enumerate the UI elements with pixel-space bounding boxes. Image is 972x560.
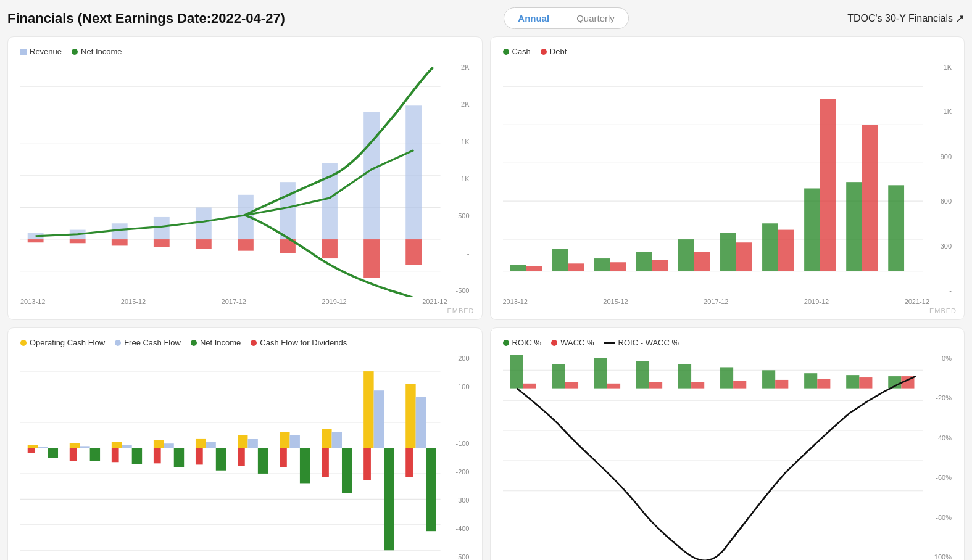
external-link-icon: ↗ [955,12,965,25]
legend-revenue: Revenue [20,47,62,56]
svg-rect-121 [649,382,662,389]
svg-rect-72 [80,446,89,448]
debt-icon [541,49,547,55]
svg-rect-33 [510,265,526,271]
operating-cf-icon [20,340,27,346]
roic-legend: ROIC % WACC % ROIC - WACC % [503,338,952,347]
svg-rect-20 [154,239,170,247]
svg-rect-51 [862,125,878,271]
legend-debt: Debt [541,47,567,56]
y-axis-cash: 1K 1K 900 600 300 - [929,61,952,297]
svg-rect-75 [206,442,215,448]
svg-rect-99 [363,448,371,480]
x-axis-cash: 2013-12 2015-12 2017-12 2019-12 2021-12 [503,298,952,305]
free-cf-icon [115,340,121,346]
svg-rect-13 [280,182,296,239]
svg-rect-47 [694,252,710,271]
cashflow-legend: Operating Cash Flow Free Cash Flow Net I… [20,338,470,347]
svg-rect-25 [363,239,380,278]
svg-rect-42 [888,185,904,271]
svg-rect-24 [322,239,338,258]
svg-rect-69 [363,371,373,448]
svg-rect-126 [859,377,872,389]
annual-button[interactable]: Annual [504,8,563,28]
legend-roic: ROIC % [503,338,542,347]
svg-rect-36 [636,252,652,271]
svg-rect-10 [154,217,170,239]
svg-rect-77 [290,435,300,448]
svg-rect-100 [405,448,413,477]
svg-rect-67 [280,432,289,448]
svg-rect-85 [216,448,226,470]
dividends-cf-icon [251,340,257,346]
svg-rect-91 [28,448,35,453]
svg-rect-68 [322,429,331,448]
svg-rect-76 [247,439,257,448]
svg-rect-84 [174,448,184,467]
legend-net-income-cf: Net Income [191,338,241,347]
svg-rect-83 [132,448,142,464]
legend-wacc: WACC % [551,338,594,347]
svg-rect-41 [846,182,862,271]
y-axis-revenue: 2K 2K 1K 1K 500 - -500 [447,61,470,297]
svg-rect-11 [196,207,212,239]
page-header: Financials (Next Earnings Date:2022-04-2… [7,7,965,29]
svg-rect-43 [526,266,542,271]
svg-rect-94 [154,448,161,463]
svg-rect-111 [636,361,649,389]
svg-rect-123 [733,381,746,389]
svg-rect-39 [762,223,778,271]
svg-rect-82 [90,448,100,461]
embed-label-2: EMBED [929,307,957,315]
roic-wacc-diff-icon [604,342,615,344]
cash-debt-chart: Cash Debt [490,36,965,320]
period-toggle: Annual Quarterly [504,7,629,29]
cash-debt-svg [503,61,952,297]
svg-rect-38 [720,233,736,271]
svg-rect-78 [332,432,342,448]
svg-rect-34 [552,249,568,271]
svg-rect-80 [416,397,426,448]
legend-free-cf: Free Cash Flow [115,338,181,347]
financials-link[interactable]: TDOC's 30-Y Financials ↗ [847,12,965,25]
revenue-icon [20,49,27,55]
svg-rect-22 [238,239,254,251]
roic-area: 0% -20% -40% -60% -80% -100% [503,352,952,560]
roic-svg [503,352,952,560]
svg-rect-18 [70,239,86,243]
svg-rect-96 [238,448,245,466]
revenue-income-svg [20,61,470,297]
revenue-income-chart: Revenue Net Income [7,36,483,320]
svg-rect-90 [426,448,436,531]
roic-wacc-chart: ROIC % WACC % ROIC - WACC % [490,327,965,560]
svg-rect-116 [846,375,859,388]
svg-rect-122 [691,382,704,389]
svg-rect-88 [342,448,352,493]
legend-roic-wacc-diff: ROIC - WACC % [604,338,679,347]
svg-rect-119 [565,382,578,389]
svg-rect-125 [817,379,830,389]
page-title: Financials (Next Earnings Date:2022-04-2… [7,10,285,27]
cashflow-svg [20,352,470,560]
svg-rect-74 [164,443,173,448]
svg-rect-63 [112,442,122,448]
roic-icon [503,340,509,346]
svg-rect-45 [610,262,626,271]
quarterly-button[interactable]: Quarterly [563,8,628,28]
svg-rect-48 [736,242,752,271]
svg-rect-98 [322,448,329,477]
svg-rect-65 [196,439,206,448]
legend-cash: Cash [503,47,531,56]
svg-rect-108 [510,355,523,389]
svg-rect-109 [552,364,565,389]
svg-rect-97 [280,448,287,467]
svg-rect-93 [112,448,119,462]
charts-grid: Revenue Net Income [7,36,965,560]
net-income-cf-icon [191,340,197,346]
svg-rect-112 [678,364,691,389]
svg-rect-92 [70,448,77,461]
svg-rect-81 [48,448,58,458]
svg-rect-110 [594,358,607,389]
svg-rect-113 [720,367,733,388]
svg-rect-17 [28,239,44,242]
